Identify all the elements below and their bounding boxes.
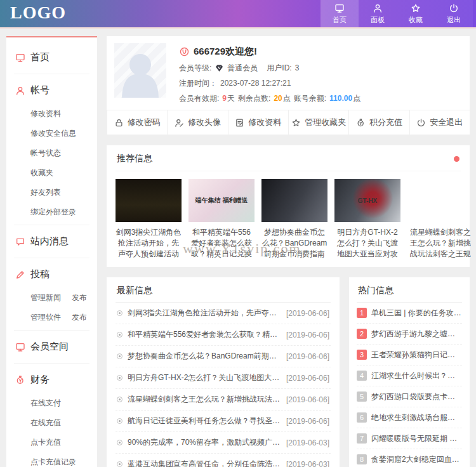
recommend-caption[interactable]: 和平精英端午556爱好者套装怎么获取？精英日记兑换方法 xyxy=(188,227,255,260)
sidebar-subitem[interactable]: 绑定外部登录 xyxy=(14,202,89,222)
latest-news-date: [2019-06-06] xyxy=(286,331,329,339)
nav-item-logout[interactable]: 退出 xyxy=(435,0,473,27)
recommend-thumbnail[interactable]: 端午集结 福利赠送 xyxy=(188,179,255,222)
latest-news-item[interactable]: 剑网3指尖江湖角色抢注活动开始，先声夺人预创建活动入口 [2019-06-06] xyxy=(116,303,331,324)
account-action-label: 积分充值 xyxy=(369,117,402,128)
hot-news-text[interactable]: 单机三国 | 你要的任务攻略在这里！ xyxy=(371,308,462,319)
sidebar-sublist: 管理新闻 发布 管理软件 发布 xyxy=(14,288,89,327)
hot-news-text[interactable]: 闪耀暖暖版号无限延期 手游版号申请... xyxy=(371,433,462,444)
register-time-row: 注册时间： 2023-07-28 12:27:21 xyxy=(179,78,360,88)
latest-news-date: [2019-06-03] xyxy=(286,460,329,467)
sidebar-subitem[interactable]: 修改安全信息 xyxy=(14,124,89,143)
points-value: 20 xyxy=(274,93,282,103)
nav-item-home[interactable]: 首页 xyxy=(321,0,359,27)
hot-news-text[interactable]: 江湖求生什么时候出？江湖求生测试... xyxy=(371,371,462,381)
lock-icon xyxy=(114,118,124,128)
latest-news-text[interactable]: 蓝港互动集团宣布高管任命，分别任命陈浩、严雨松为蓝港... xyxy=(128,459,281,467)
recommend-thumbnail[interactable] xyxy=(261,179,327,222)
recommend-item[interactable]: 流星蝴蝶剑刺客之王怎么玩？新增挑战玩法刺客之王规则 xyxy=(407,179,473,260)
user-id-label: 用户ID: xyxy=(267,63,291,73)
latest-news-card: 最新信息 剑网3指尖江湖角色抢注活动开始，先声夺人预创建活动入口 [2019-0… xyxy=(107,277,340,467)
latest-news-text[interactable]: 剑网3指尖江湖角色抢注活动开始，先声夺人预创建活动入口 xyxy=(128,308,281,319)
recommend-caption[interactable]: 流星蝴蝶剑刺客之王怎么玩？新增挑战玩法刺客之王规则 xyxy=(407,227,473,260)
valid-unit: 天 xyxy=(227,93,235,103)
site-logo[interactable]: LOGO xyxy=(0,0,66,27)
sidebar-subitem-action[interactable]: 发布 xyxy=(72,293,87,303)
latest-news-text[interactable]: 90%的完成率，70%留存率，激励式视频广告对于开发者的... xyxy=(128,437,281,448)
valid-label: 会员有效期: xyxy=(179,93,219,103)
recommend-item[interactable]: GT-HX 明日方舟GT-HX-2怎么打？关山飞渡地图大亚当应对攻略 xyxy=(334,179,400,260)
hot-news-item[interactable]: 8 贪婪洞窟2大剑稳定回血加强 单人爆... xyxy=(357,449,462,467)
sidebar-sublist: 修改资料 修改安全信息 帐号状态 xyxy=(14,104,89,222)
account-action-button[interactable]: 修改资料 xyxy=(228,110,288,135)
level-label: 会员等级: xyxy=(179,63,211,73)
hot-news-text[interactable]: 梦幻西游手游九黎之墟第一赛季结束... xyxy=(371,329,462,339)
hot-news-item[interactable]: 1 单机三国 | 你要的任务攻略在这里！ xyxy=(357,303,462,324)
latest-news-item[interactable]: 明日方舟GT-HX-2怎么打？关山飞渡地图大亚当应对攻略 [2019-06-06… xyxy=(116,367,331,389)
sidebar-subitem-label: 绑定外部登录 xyxy=(30,207,76,218)
sidebar-group-title[interactable]: 会员空间 xyxy=(14,333,89,360)
latest-news-item[interactable]: 流星蝴蝶剑刺客之王怎么玩？新增挑战玩法刺客之王规则 [2019-06-06] xyxy=(116,389,331,411)
recommend-item[interactable]: 端午集结 福利赠送 和平精英端午556爱好者套装怎么获取？精英日记兑换方法 xyxy=(188,179,255,260)
recommend-caption[interactable]: 明日方舟GT-HX-2怎么打？关山飞渡地图大亚当应对攻略 xyxy=(334,227,400,260)
thumbnail-overlay-text: 端午集结 福利赠送 xyxy=(193,195,251,206)
sidebar-subitem[interactable]: 收藏夹 xyxy=(14,163,89,183)
latest-news-text[interactable]: 航海日记迁徙亚美利哥任务怎么做？寻找圣剑坐标攻略 xyxy=(128,416,281,426)
latest-news-text[interactable]: 和平精英端午556爱好者套装怎么获取？精英日记兑换方法 xyxy=(128,329,281,340)
latest-news-item[interactable]: 梦想协奏曲金币怎么花？BanGDream前期金币消费指南 [2019-06-06… xyxy=(116,346,331,367)
account-action-button[interactable]: 修改密码 xyxy=(107,110,167,135)
recommend-caption[interactable]: 剑网3指尖江湖角色抢注活动开始，先声夺人预创建活动入口 xyxy=(116,227,182,260)
sidebar-group-title[interactable]: 首页 xyxy=(14,44,89,71)
hot-news-text[interactable]: 梦幻西游口袋版要点卡吗 梦幻西游口... xyxy=(371,391,462,402)
hot-news-item[interactable]: 3 王者荣耀孙策猫狗日记皮肤台词曝光 ... xyxy=(357,345,462,365)
account-action-button[interactable]: 修改头像 xyxy=(167,110,227,135)
recommend-thumbnail[interactable] xyxy=(407,179,473,222)
money-bag-icon xyxy=(15,375,25,385)
sidebar-subitem[interactable]: 在线支付 xyxy=(14,393,89,413)
hot-news-item[interactable]: 6 绝地求生刺激战场台服今日上线公测... xyxy=(357,407,462,428)
recommend-thumbnail[interactable]: GT-HX xyxy=(334,179,400,222)
nav-item-favorites[interactable]: 收藏 xyxy=(397,0,435,27)
bottom-row: 最新信息 剑网3指尖江湖角色抢注活动开始，先声夺人预创建活动入口 [2019-0… xyxy=(107,277,470,467)
hot-news-text[interactable]: 王者荣耀孙策猫狗日记皮肤台词曝光 ... xyxy=(371,350,462,360)
recommend-thumbnail[interactable] xyxy=(116,179,182,222)
latest-news-item[interactable]: 航海日记迁徙亚美利哥任务怎么做？寻找圣剑坐标攻略 [2019-06-06] xyxy=(116,411,331,432)
sidebar-subitem[interactable]: 管理新闻 发布 xyxy=(14,288,89,308)
account-action-button[interactable]: 积分充值 xyxy=(348,110,409,135)
hot-news-text[interactable]: 贪婪洞窟2大剑稳定回血加强 单人爆... xyxy=(371,454,462,465)
nav-item-panel[interactable]: 面板 xyxy=(359,0,397,27)
account-stats-row: 会员有效期: 9天 剩余点数: 20点 账号余额: 110.00点 xyxy=(179,93,360,103)
sidebar-subitem[interactable]: 点卡充值记录 xyxy=(14,452,89,467)
sidebar-subitem[interactable]: 点卡充值 xyxy=(14,433,89,452)
sidebar-subitem[interactable]: 修改资料 xyxy=(14,104,89,124)
hot-news-text[interactable]: 绝地求生刺激战场台服今日上线公测... xyxy=(371,412,462,423)
recommend-item[interactable]: 剑网3指尖江湖角色抢注活动开始，先声夺人预创建活动入口 xyxy=(116,179,182,260)
latest-news-header: 最新信息 xyxy=(116,284,331,303)
latest-news-item[interactable]: 蓝港互动集团宣布高管任命，分别任命陈浩、严雨松为蓝港... [2019-06-0… xyxy=(116,454,331,467)
latest-news-text[interactable]: 梦想协奏曲金币怎么花？BanGDream前期金币消费指南 xyxy=(128,351,281,362)
hot-news-item[interactable]: 4 江湖求生什么时候出？江湖求生测试... xyxy=(357,365,462,386)
sidebar-subitem-action[interactable]: 发布 xyxy=(72,312,87,323)
latest-news-date: [2019-06-06] xyxy=(286,352,329,361)
sidebar-subitem[interactable]: 好友列表 xyxy=(14,183,89,202)
latest-news-text[interactable]: 流星蝴蝶剑刺客之王怎么玩？新增挑战玩法刺客之王规则 xyxy=(128,394,281,405)
recommend-item[interactable]: 梦想协奏曲金币怎么花？BanGDream前期金币消费指南 xyxy=(261,179,327,260)
thumbnail-overlay-text xyxy=(292,199,297,202)
sidebar-group-title[interactable]: 帐号 xyxy=(14,77,89,104)
account-action-button[interactable]: 管理收藏夹 xyxy=(288,110,348,135)
hot-news-item[interactable]: 2 梦幻西游手游九黎之墟第一赛季结束... xyxy=(357,324,462,345)
latest-news-item[interactable]: 和平精英端午556爱好者套装怎么获取？精英日记兑换方法 [2019-06-06] xyxy=(116,324,331,346)
hot-news-item[interactable]: 7 闪耀暖暖版号无限延期 手游版号申请... xyxy=(357,428,462,449)
sidebar-subitem[interactable]: 管理软件 发布 xyxy=(14,308,89,327)
sidebar-subitem[interactable]: 在线充值 xyxy=(14,413,89,433)
hot-news-item[interactable]: 5 梦幻西游口袋版要点卡吗 梦幻西游口... xyxy=(357,386,462,407)
sidebar-group-title[interactable]: 财务 xyxy=(14,366,89,393)
recommend-caption[interactable]: 梦想协奏曲金币怎么花？BanGDream前期金币消费指南 xyxy=(261,227,327,260)
account-action-button[interactable]: 安全退出 xyxy=(409,110,470,135)
latest-news-text[interactable]: 明日方舟GT-HX-2怎么打？关山飞渡地图大亚当应对攻略 xyxy=(128,372,281,383)
avatar[interactable] xyxy=(114,43,166,98)
sidebar-group-title[interactable]: 投稿 xyxy=(14,261,89,288)
latest-news-item[interactable]: 90%的完成率，70%留存率，激励式视频广告对于开发者的... [2019-06… xyxy=(116,432,331,454)
sidebar-subitem[interactable]: 帐号状态 xyxy=(14,143,89,163)
sidebar-group-title[interactable]: 站内消息 xyxy=(14,228,89,255)
